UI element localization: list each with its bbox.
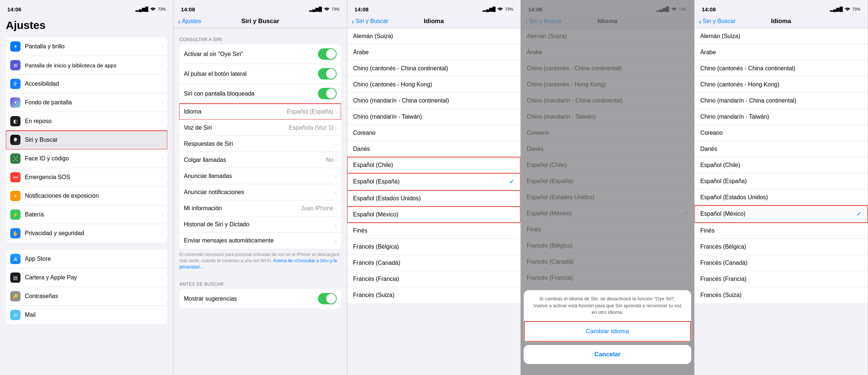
settings-item-accesibilidad[interactable]: Accesibilidad › <box>6 75 167 93</box>
lang-item-chino-canton-hk[interactable]: Chino (cantonés - Hong Kong) <box>347 77 520 93</box>
settings-item-mail[interactable]: ✉ Mail › <box>6 306 167 324</box>
lang-item-coreano[interactable]: Coreano <box>347 125 520 141</box>
lang-item-frances-canada[interactable]: Francés (Canadá) <box>347 255 520 271</box>
chevron-icon: › <box>161 293 163 299</box>
back-button-3[interactable]: ‹ Siri y Buscar <box>352 17 388 26</box>
exposicion-label: Notificaciones de exposición <box>25 193 161 199</box>
lang-item-chino-mand-cont-5[interactable]: Chino (mandarín - China continental) <box>695 93 868 109</box>
oye-siri-toggle[interactable] <box>318 48 337 60</box>
nav-bar-5: ‹ Siri y Buscar Idioma <box>695 16 868 28</box>
lang-item-espanol-espana-5[interactable]: Español (España) <box>695 173 868 189</box>
lang-item-espanol-mexico-5[interactable]: Español (México) ✓ <box>695 205 868 223</box>
lang-item-frances-belgica[interactable]: Francés (Bélgica) <box>347 239 520 255</box>
enviar-mensajes-label: Enviar mensajes automáticamente <box>184 237 335 244</box>
colgar-item[interactable]: Colgar llamadas No › <box>179 152 341 168</box>
sugerencias-label: Mostrar sugerencias <box>184 296 318 302</box>
pantalla-bloqueada-item[interactable]: Siri con pantalla bloqueada <box>179 84 341 104</box>
back-button-2[interactable]: ‹ Ajustes <box>178 17 201 26</box>
settings-item-appstore[interactable]: A App Store › <box>6 250 167 268</box>
lang-item-chino-canton-hk-5[interactable]: Chino (cantonés - Hong Kong) <box>695 77 868 93</box>
lang-item-espanol-eeuu[interactable]: Español (Estados Unidos) <box>347 190 520 207</box>
lang-item-fines-5[interactable]: Finés <box>695 223 868 239</box>
settings-item-sos[interactable]: SOS Emergencia SOS › <box>6 168 167 187</box>
svg-rect-2 <box>13 156 14 156</box>
lang-item-chino-canton-cont[interactable]: Chino (cantonés - China continental) <box>347 60 520 77</box>
lang-item-fines[interactable]: Finés <box>347 223 520 239</box>
idioma-item[interactable]: Idioma Español (España) › <box>179 104 341 120</box>
settings-item-inicio[interactable]: ⊞ Pantalla de inicio y biblioteca de app… <box>6 56 167 75</box>
oye-siri-item[interactable]: Activar al oír "Oye Siri" <box>179 44 341 64</box>
lang-item-arabe[interactable]: Árabe <box>347 44 520 60</box>
cartera-icon: ▤ <box>10 272 20 283</box>
lang-item-chino-mand-tw[interactable]: Chino (mandarín - Taiwán) <box>347 109 520 125</box>
panel-idioma-2: 14:08 ▂▄▆█ 73% ‹ Siri y Buscar Idioma Al… <box>521 0 694 375</box>
settings-item-bateria[interactable]: ⚡ Batería › <box>6 205 167 224</box>
voz-siri-item[interactable]: Voz de Siri Española (Voz 1) › <box>179 120 341 136</box>
enviar-mensajes-item[interactable]: Enviar mensajes automáticamente › <box>179 233 341 249</box>
lang-item-coreano-5[interactable]: Coreano <box>695 125 868 141</box>
chevron-respuestas: › <box>335 141 337 147</box>
settings-item-cartera[interactable]: ▤ Cartera y Apple Pay › <box>6 268 167 287</box>
privacidad-label: Privacidad y seguridad <box>25 230 161 237</box>
settings-item-faceid[interactable]: Face ID y código › <box>6 149 167 168</box>
signal-icon: ▂▄▆█ <box>483 7 495 12</box>
lang-item-chino-mand-cont[interactable]: Chino (mandarín - China continental) <box>347 93 520 109</box>
lang-item-frances-francia[interactable]: Francés (Francia) <box>347 271 520 287</box>
panel-idioma-1: 14:08 ▂▄▆█ 73% ‹ Siri y Buscar Idioma Al… <box>347 0 521 375</box>
settings-item-siri[interactable]: Siri y Buscar › <box>6 131 167 149</box>
colgar-value: No <box>326 157 333 163</box>
chevron-icon: › <box>161 44 163 49</box>
boton-lateral-item[interactable]: Al pulsar el botón lateral <box>179 64 341 84</box>
wifi-icon <box>324 7 330 12</box>
cancelar-button[interactable]: Cancelar <box>524 345 691 364</box>
back-button-5[interactable]: ‹ Siri y Buscar <box>699 17 736 26</box>
lang-item-espanol-espana[interactable]: Español (España) ✓ <box>347 173 520 190</box>
privacy-link[interactable]: Acerca de «Consultar a Siri» y la privac… <box>179 258 337 270</box>
chevron-icon: › <box>161 156 163 161</box>
chevron-historial: › <box>335 222 337 227</box>
lang-item-danes[interactable]: Danés <box>347 141 520 157</box>
nav-title-2: Siri y Buscar <box>241 18 279 25</box>
respuestas-item[interactable]: Respuestas de Siri › <box>179 136 341 152</box>
sugerencias-item[interactable]: Mostrar sugerencias <box>179 289 341 308</box>
mail-label: Mail <box>25 312 161 318</box>
pantalla-bloqueada-toggle[interactable] <box>318 88 337 99</box>
lang-item-aleman[interactable]: Alemán (Suiza) <box>347 28 520 44</box>
back-label-5: Siri y Buscar <box>703 18 736 25</box>
lang-item-frances-suiza[interactable]: Francés (Suiza) <box>347 287 520 303</box>
settings-item-contrasenas[interactable]: 🔑 Contraseñas › <box>6 287 167 306</box>
lang-item-arabe-5[interactable]: Árabe <box>695 44 868 60</box>
settings-item-pantalla[interactable]: ☀ Pantalla y brillo › <box>6 37 167 56</box>
mi-info-item[interactable]: Mi información Juan iPhone › <box>179 200 341 216</box>
lang-item-espanol-mexico[interactable]: Español (México) <box>347 207 520 223</box>
cambiar-idioma-button[interactable]: Cambiar idioma <box>524 321 691 342</box>
lang-item-chino-canton-cont-5[interactable]: Chino (cantonés - China continental) <box>695 60 868 77</box>
sugerencias-toggle[interactable] <box>318 293 337 304</box>
anunciar-notif-item[interactable]: Anunciar notificaciones › <box>179 184 341 200</box>
lang-item-frances-canada-5[interactable]: Francés (Canadá) <box>695 255 868 271</box>
buscar-group: Mostrar sugerencias <box>179 289 341 308</box>
lang-item-frances-belgica-5[interactable]: Francés (Bélgica) <box>695 239 868 255</box>
settings-item-exposicion[interactable]: ☀ Notificaciones de exposición › <box>6 187 167 205</box>
svg-point-6 <box>14 158 15 159</box>
anunciar-llamadas-item[interactable]: Anunciar llamadas › <box>179 168 341 184</box>
wifi-icon <box>845 7 850 12</box>
lang-item-espanol-eeuu-5[interactable]: Español (Estados Unidos) <box>695 189 868 205</box>
nav-title-3: Idioma <box>424 18 444 25</box>
settings-group-1: ☀ Pantalla y brillo › ⊞ Pantalla de inic… <box>6 37 167 242</box>
consultar-header: CONSULTAR A SIRI <box>173 37 347 44</box>
settings-item-fondo[interactable]: ✦ Fondo de pantalla › <box>6 93 167 112</box>
buscar-header: ANTES DE BUSCAR <box>173 282 347 289</box>
lang-item-frances-suiza-5[interactable]: Francés (Suiza) <box>695 287 868 303</box>
lang-item-aleman-5[interactable]: Alemán (Suiza) <box>695 28 868 44</box>
lang-item-frances-francia-5[interactable]: Francés (Francia) <box>695 271 868 287</box>
historial-item[interactable]: Historial de Siri y Dictado › <box>179 216 341 233</box>
lang-item-chino-mand-tw-5[interactable]: Chino (mandarín - Taiwán) <box>695 109 868 125</box>
boton-lateral-toggle[interactable] <box>318 68 337 79</box>
lang-item-espanol-chile-5[interactable]: Español (Chile) <box>695 157 868 173</box>
settings-item-reposo[interactable]: ◐ En reposo › <box>6 112 167 131</box>
settings-item-privacidad[interactable]: ✋ Privacidad y seguridad › <box>6 224 167 242</box>
lang-item-espanol-chile[interactable]: Español (Chile) <box>347 157 520 173</box>
lang-item-danes-5[interactable]: Danés <box>695 141 868 157</box>
chevron-icon: › <box>161 81 163 87</box>
